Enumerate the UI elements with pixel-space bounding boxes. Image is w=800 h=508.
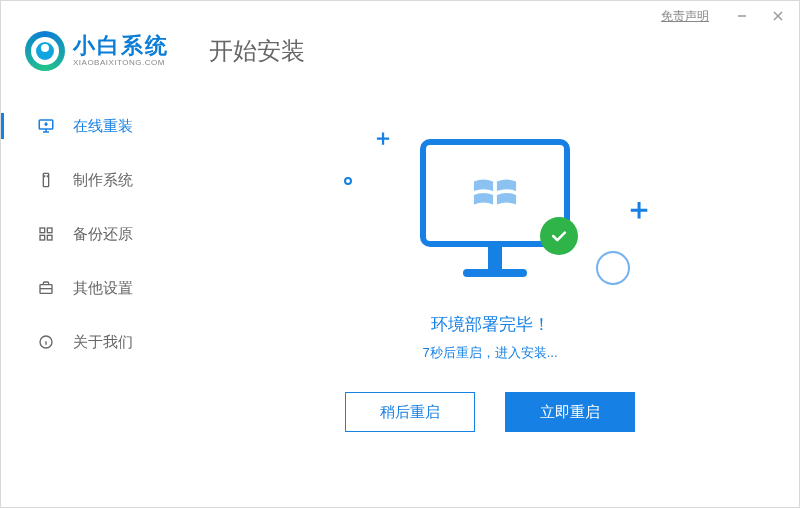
sidebar-item-label: 在线重装	[73, 117, 133, 136]
svg-rect-11	[40, 235, 45, 240]
svg-rect-10	[47, 228, 52, 233]
main-content: ＋ ＋ 环境部署完毕！	[181, 79, 799, 507]
app-window: 免责声明 小白系统 XIAOBAIXITONG.COM 开始安装 在线重	[0, 0, 800, 508]
sidebar-item-make-system[interactable]: 制作系统	[1, 153, 181, 207]
sidebar-item-label: 其他设置	[73, 279, 133, 298]
illustration: ＋ ＋	[320, 109, 660, 309]
circle-icon	[596, 251, 630, 285]
minimize-button[interactable]	[729, 6, 755, 26]
sidebar-item-label: 制作系统	[73, 171, 133, 190]
brand-url: XIAOBAIXITONG.COM	[73, 59, 169, 67]
status-countdown: 7秒后重启，进入安装...	[422, 344, 557, 362]
logo-icon	[25, 31, 65, 71]
checkmark-icon	[540, 217, 578, 255]
info-icon	[37, 333, 55, 351]
sidebar-item-about[interactable]: 关于我们	[1, 315, 181, 369]
status-title: 环境部署完毕！	[431, 313, 550, 336]
sidebar-item-label: 关于我们	[73, 333, 133, 352]
usb-icon	[37, 171, 55, 189]
page-title: 开始安装	[209, 35, 305, 67]
grid-icon	[37, 225, 55, 243]
sidebar-item-backup[interactable]: 备份还原	[1, 207, 181, 261]
windows-icon	[472, 173, 518, 213]
disclaimer-link[interactable]: 免责声明	[661, 8, 709, 25]
sidebar-item-reinstall[interactable]: 在线重装	[1, 99, 181, 153]
logo: 小白系统 XIAOBAIXITONG.COM	[25, 31, 169, 71]
brand-name: 小白系统	[73, 35, 169, 57]
svg-rect-9	[40, 228, 45, 233]
restart-now-button[interactable]: 立即重启	[505, 392, 635, 432]
restart-later-button[interactable]: 稍后重启	[345, 392, 475, 432]
monitor-icon	[420, 139, 570, 277]
plus-icon: ＋	[624, 189, 654, 230]
svg-rect-6	[43, 173, 48, 186]
sidebar: 在线重装 制作系统 备份还原 其他设置	[1, 79, 181, 507]
svg-rect-12	[47, 235, 52, 240]
plus-icon: ＋	[372, 123, 394, 153]
close-button[interactable]	[765, 6, 791, 26]
monitor-download-icon	[37, 117, 55, 135]
action-buttons: 稍后重启 立即重启	[345, 392, 635, 432]
briefcase-icon	[37, 279, 55, 297]
circle-icon	[344, 177, 352, 185]
titlebar: 免责声明	[1, 1, 799, 31]
header: 小白系统 XIAOBAIXITONG.COM 开始安装	[1, 31, 799, 79]
sidebar-item-settings[interactable]: 其他设置	[1, 261, 181, 315]
sidebar-item-label: 备份还原	[73, 225, 133, 244]
